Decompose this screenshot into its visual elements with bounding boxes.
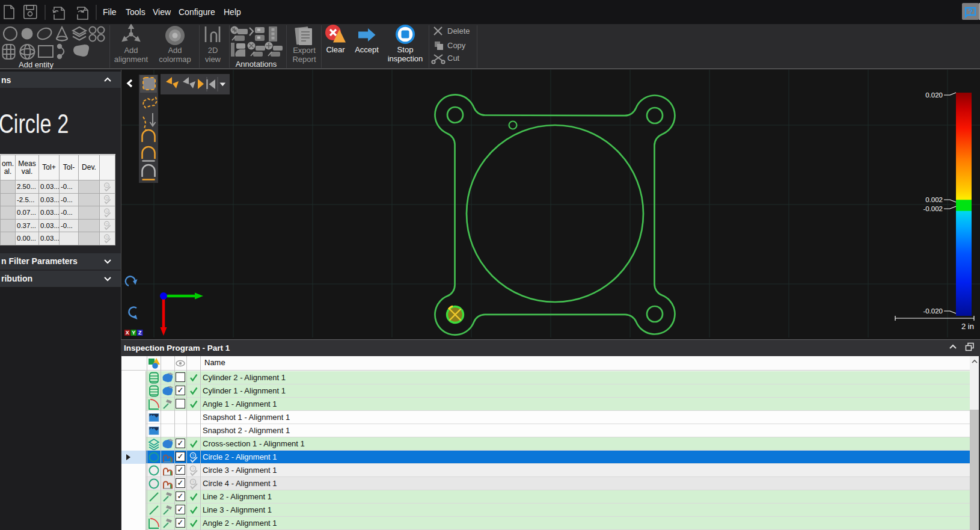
svg-text:?: ? xyxy=(969,7,973,16)
svg-text:Z: Z xyxy=(138,330,142,336)
svg-text:-0.020: -0.020 xyxy=(923,307,943,315)
svg-text:X: X xyxy=(126,330,129,336)
svg-text:0.020: 0.020 xyxy=(925,91,943,99)
svg-text:0.002: 0.002 xyxy=(925,196,943,203)
svg-text:-0.002: -0.002 xyxy=(923,205,943,212)
svg-text:2 in: 2 in xyxy=(961,322,974,331)
svg-text:Y: Y xyxy=(132,330,135,336)
